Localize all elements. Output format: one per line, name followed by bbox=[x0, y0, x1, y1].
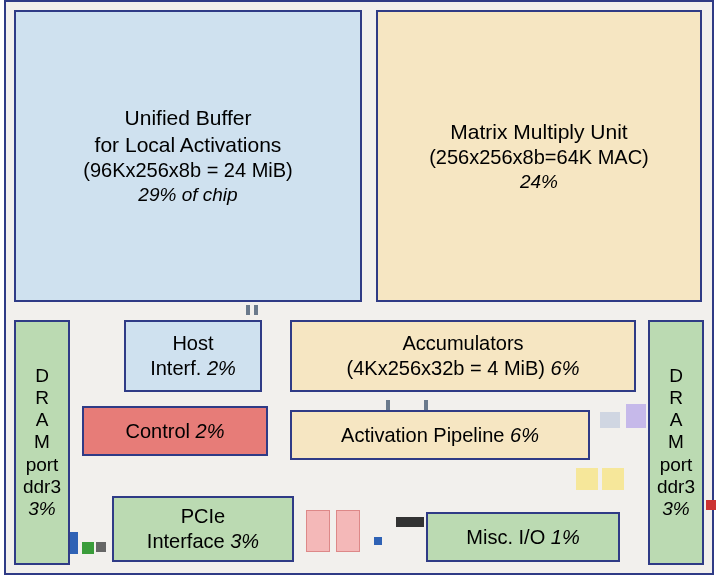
act-pipe-label: Activation Pipeline 6% bbox=[341, 423, 539, 448]
decoration bbox=[336, 510, 360, 552]
decoration bbox=[626, 404, 646, 428]
unified-buffer-title-2: for Local Activations bbox=[95, 132, 282, 158]
block-misc-io: Misc. I/O 1% bbox=[426, 512, 620, 562]
block-host-interface: Host Interf. 2% bbox=[124, 320, 262, 392]
accum-detail: (4Kx256x32b = 4 MiB) 6% bbox=[347, 356, 580, 381]
decoration bbox=[600, 412, 620, 428]
decoration bbox=[576, 468, 598, 490]
pcie-label: PCIe Interface 3% bbox=[147, 504, 259, 554]
block-activation-pipeline: Activation Pipeline 6% bbox=[290, 410, 590, 460]
decoration bbox=[246, 305, 250, 315]
decoration bbox=[306, 510, 330, 552]
dram-right-pct: 3% bbox=[662, 498, 689, 520]
block-control: Control 2% bbox=[82, 406, 268, 456]
decoration bbox=[374, 537, 382, 545]
dram-right-label: DRAM port ddr3 bbox=[657, 365, 695, 498]
control-label: Control 2% bbox=[126, 419, 225, 444]
decoration bbox=[386, 400, 390, 410]
unified-buffer-detail: (96Kx256x8b = 24 MiB) bbox=[83, 158, 293, 183]
dram-left-pct: 3% bbox=[28, 498, 55, 520]
decoration bbox=[706, 500, 716, 510]
chip-floorplan-frame: Unified Buffer for Local Activations (96… bbox=[4, 0, 714, 575]
block-dram-port-right: DRAM port ddr3 3% bbox=[648, 320, 704, 565]
block-pcie-interface: PCIe Interface 3% bbox=[112, 496, 294, 562]
matrix-mul-pct: 24% bbox=[520, 170, 558, 194]
dram-left-label: DRAM port ddr3 bbox=[23, 365, 61, 498]
decoration bbox=[82, 542, 94, 554]
block-matrix-multiply: Matrix Multiply Unit (256x256x8b=64K MAC… bbox=[376, 10, 702, 302]
block-unified-buffer: Unified Buffer for Local Activations (96… bbox=[14, 10, 362, 302]
decoration bbox=[396, 517, 424, 527]
block-accumulators: Accumulators (4Kx256x32b = 4 MiB) 6% bbox=[290, 320, 636, 392]
accum-title: Accumulators bbox=[402, 331, 523, 356]
unified-buffer-title-1: Unified Buffer bbox=[125, 105, 252, 131]
matrix-mul-detail: (256x256x8b=64K MAC) bbox=[429, 145, 649, 170]
decoration bbox=[254, 305, 258, 315]
decoration bbox=[96, 542, 106, 552]
decoration bbox=[424, 400, 428, 410]
matrix-mul-title: Matrix Multiply Unit bbox=[450, 119, 627, 145]
block-dram-port-left: DRAM port ddr3 3% bbox=[14, 320, 70, 565]
decoration bbox=[602, 468, 624, 490]
host-if-label: Host Interf. 2% bbox=[150, 331, 236, 381]
unified-buffer-pct: 29% of chip bbox=[138, 183, 237, 207]
misc-io-label: Misc. I/O 1% bbox=[466, 525, 579, 550]
